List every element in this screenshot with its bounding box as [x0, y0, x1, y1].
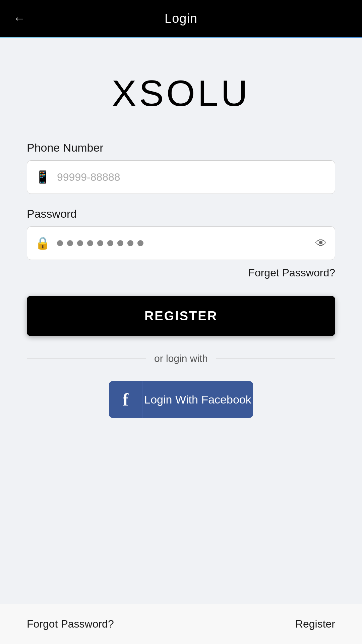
- phone-icon: 📱: [35, 170, 50, 184]
- password-dot: [87, 240, 93, 246]
- login-form: Phone Number 📱 Password 🔒 👁 Fo: [27, 141, 335, 590]
- forget-password-link[interactable]: Forget Password?: [248, 267, 335, 279]
- logo-container: XSOLU: [27, 72, 335, 114]
- password-label: Password: [27, 207, 335, 220]
- lock-icon: 🔒: [35, 236, 50, 250]
- password-dot: [77, 240, 83, 246]
- bottom-forgot-password-link[interactable]: Forgot Password?: [27, 618, 114, 630]
- password-dot: [117, 240, 123, 246]
- facebook-icon-section: f: [109, 381, 142, 418]
- phone-input[interactable]: [57, 171, 327, 183]
- main-content: XSOLU Phone Number 📱 Password 🔒 �: [0, 38, 362, 604]
- facebook-login-button[interactable]: f Login With Facebook: [109, 381, 253, 418]
- bottom-register-link[interactable]: Register: [295, 618, 335, 630]
- back-arrow-icon: ←: [13, 11, 25, 25]
- app-header: ← Login: [0, 0, 362, 37]
- back-button[interactable]: ←: [13, 11, 25, 25]
- or-divider: or login with: [27, 353, 335, 364]
- password-dot: [127, 240, 133, 246]
- password-dot: [97, 240, 103, 246]
- facebook-button-label: Login With Facebook: [142, 393, 253, 406]
- forgot-password-section: Forget Password?: [27, 267, 335, 279]
- divider-line-right: [216, 359, 335, 359]
- password-dots: [57, 240, 315, 246]
- bottom-bar: Forgot Password? Register: [0, 604, 362, 644]
- phone-input-wrapper: 📱: [27, 160, 335, 194]
- password-dot: [137, 240, 143, 246]
- password-dot: [67, 240, 73, 246]
- facebook-f-icon: f: [123, 390, 128, 410]
- password-dot: [57, 240, 63, 246]
- password-dot: [107, 240, 113, 246]
- password-input-wrapper: 🔒 👁: [27, 226, 335, 260]
- divider-line-left: [27, 359, 146, 359]
- phone-label: Phone Number: [27, 141, 335, 154]
- page-title: Login: [165, 11, 197, 26]
- or-text: or login with: [146, 353, 216, 364]
- register-button[interactable]: REGISTER: [27, 296, 335, 336]
- app-logo: XSOLU: [112, 72, 250, 114]
- toggle-password-icon[interactable]: 👁: [315, 237, 327, 250]
